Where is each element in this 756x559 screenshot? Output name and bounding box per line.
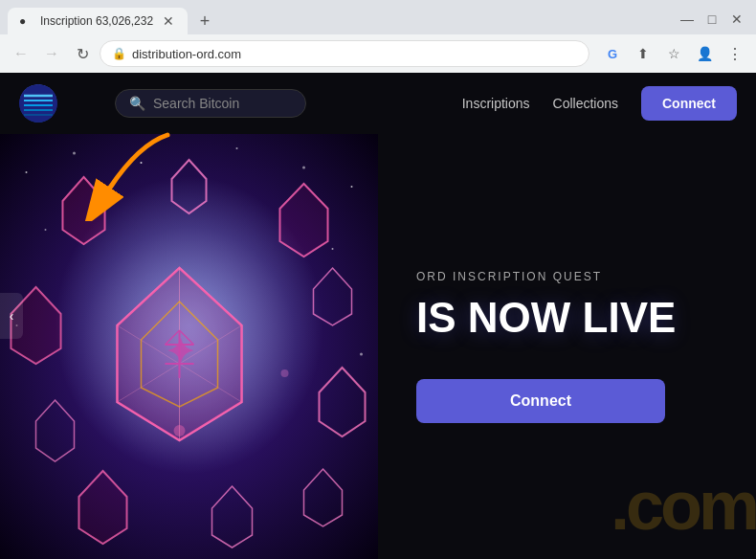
svg-point-17 bbox=[360, 353, 363, 356]
svg-point-45 bbox=[281, 369, 289, 377]
svg-point-9 bbox=[73, 152, 76, 155]
hero-subtitle: ORD INSCRIPTION QUEST bbox=[416, 270, 602, 283]
browser-tab[interactable]: ● Inscription 63,026,232 ✕ bbox=[8, 8, 188, 34]
svg-point-44 bbox=[174, 425, 186, 436]
svg-point-14 bbox=[45, 229, 47, 231]
window-minimize-button[interactable]: — bbox=[676, 8, 699, 31]
hero-right: ORD INSCRIPTION QUEST IS NOW LIVE Connec… bbox=[378, 134, 756, 559]
share-icon[interactable]: ⬆ bbox=[630, 40, 656, 67]
hero: ✦ bbox=[0, 134, 756, 559]
svg-point-11 bbox=[236, 147, 238, 149]
collections-link[interactable]: Collections bbox=[553, 96, 618, 111]
browser-chrome: ● Inscription 63,026,232 ✕ + — □ ✕ ← → ↻… bbox=[0, 0, 756, 73]
refresh-button[interactable]: ↻ bbox=[69, 40, 96, 67]
chevron-left-icon: ‹ bbox=[10, 308, 14, 324]
back-button[interactable]: ← bbox=[8, 40, 34, 67]
tab-close-button[interactable]: ✕ bbox=[161, 13, 176, 29]
tab-title: Inscription 63,026,232 bbox=[40, 14, 153, 28]
window-close-button[interactable]: ✕ bbox=[725, 8, 748, 31]
hero-title: IS NOW LIVE bbox=[416, 295, 676, 341]
hero-connect-button[interactable]: Connect bbox=[416, 379, 665, 423]
svg-point-8 bbox=[26, 171, 28, 173]
search-bar[interactable]: 🔍 Search Bitcoin bbox=[115, 89, 306, 118]
address-bar-row: ← → ↻ 🔒 distribution-ord.com G ⬆ ☆ 👤 ⋮ bbox=[0, 34, 756, 73]
more-options-button[interactable]: ⋮ bbox=[722, 40, 748, 67]
lock-icon: 🔒 bbox=[112, 47, 126, 60]
hero-image: ✦ bbox=[0, 134, 378, 559]
nav-links: Inscriptions Collections bbox=[462, 96, 618, 111]
address-bar[interactable]: 🔒 distribution-ord.com bbox=[100, 40, 589, 67]
logo-svg bbox=[19, 84, 57, 123]
svg-point-15 bbox=[332, 248, 334, 250]
crystal-art: ✦ bbox=[0, 134, 378, 559]
bookmark-icon[interactable]: ☆ bbox=[660, 40, 687, 67]
logo[interactable] bbox=[19, 84, 57, 123]
svg-point-12 bbox=[302, 167, 305, 169]
tab-favicon: ● bbox=[19, 14, 33, 28]
connect-button[interactable]: Connect bbox=[641, 86, 737, 121]
address-url: distribution-ord.com bbox=[132, 47, 577, 61]
svg-point-13 bbox=[351, 186, 353, 188]
inscriptions-link[interactable]: Inscriptions bbox=[462, 96, 530, 111]
svg-point-10 bbox=[141, 162, 143, 164]
svg-point-0 bbox=[19, 84, 57, 123]
navbar: 🔍 Search Bitcoin Inscriptions Collection… bbox=[0, 73, 756, 134]
search-placeholder: Search Bitcoin bbox=[153, 96, 239, 111]
search-icon: 🔍 bbox=[129, 96, 145, 111]
forward-button[interactable]: → bbox=[38, 40, 65, 67]
sidebar-toggle-button[interactable]: ‹ bbox=[0, 293, 23, 339]
profile-icon[interactable]: 👤 bbox=[691, 40, 718, 67]
google-icon[interactable]: G bbox=[599, 40, 626, 67]
window-maximize-button[interactable]: □ bbox=[700, 8, 723, 31]
website: 🔍 Search Bitcoin Inscriptions Collection… bbox=[0, 73, 756, 559]
new-tab-button[interactable]: + bbox=[191, 8, 218, 34]
